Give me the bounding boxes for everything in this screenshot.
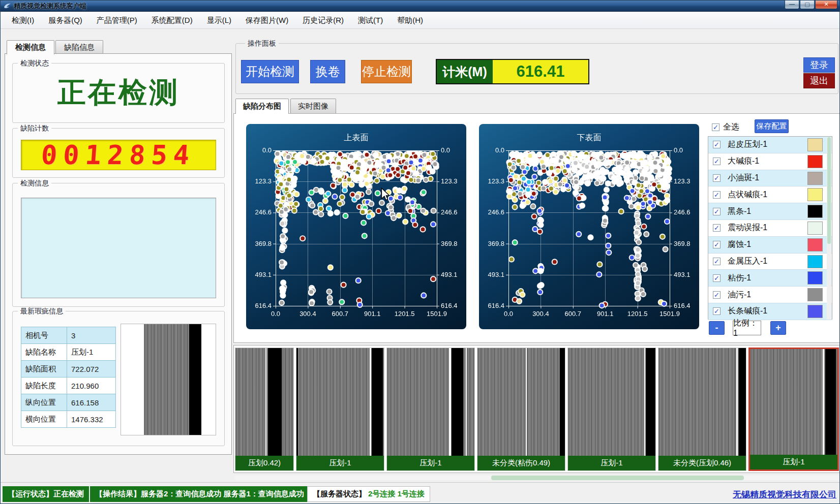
defect-type-row-4[interactable]: ✓黑条-1 — [708, 203, 832, 220]
defect-type-checkbox[interactable]: ✓ — [713, 258, 721, 265]
login-button[interactable]: 登录 — [803, 57, 835, 73]
menu-item-1[interactable]: 服务器(Q) — [41, 14, 89, 27]
detect-info-textarea[interactable] — [21, 198, 216, 298]
row-value: 3 — [67, 327, 116, 344]
defect-type-checkbox[interactable]: ✓ — [713, 158, 721, 165]
thumbnail-image — [750, 349, 837, 455]
defect-thumbnail-1[interactable]: 压划-1 — [296, 348, 384, 471]
detect-status-label: 检测状态 — [18, 59, 51, 68]
thumbnail-label: 未分类(压划0.46) — [658, 456, 746, 470]
image-band — [644, 348, 646, 456]
chart-bottom-surface-panel — [479, 124, 699, 329]
defect-type-row-1[interactable]: ✓大碱痕-1 — [708, 153, 832, 170]
defect-thumbnail-5[interactable]: 未分类(压划0.46) — [658, 348, 746, 471]
image-band — [736, 348, 738, 456]
defect-type-row-2[interactable]: ✓小油斑-1 — [708, 170, 832, 187]
menu-item-8[interactable]: 帮助(H) — [390, 14, 430, 27]
defect-type-row-8[interactable]: ✓粘伤-1 — [708, 270, 832, 287]
defect-type-checkbox[interactable]: ✓ — [713, 174, 721, 182]
thumbnail-image — [568, 348, 655, 456]
defect-color-swatch — [807, 188, 823, 201]
menu-item-3[interactable]: 系统配置(D) — [144, 14, 200, 27]
table-row: 缺陷面积722.072 — [21, 361, 116, 377]
defect-type-checkbox[interactable]: ✓ — [713, 241, 721, 248]
defect-thumbnail-6[interactable]: 压划-1 — [748, 348, 839, 471]
scale-minus-button[interactable]: - — [709, 321, 725, 335]
defect-type-checkbox[interactable]: ✓ — [713, 307, 721, 315]
row-value: 压划-1 — [67, 344, 116, 361]
defect-color-swatch — [807, 305, 823, 318]
defect-type-label: 起皮压划-1 — [728, 139, 767, 150]
defect-type-row-10[interactable]: ✓长条碱痕-1 — [708, 303, 832, 320]
menu-item-5[interactable]: 保存图片(W) — [238, 14, 295, 27]
legend-scrollbar[interactable] — [827, 137, 831, 320]
status-bar: 【运行状态】正在检测 【操作结果】服务器2：查询信息成功 服务器1：查询信息成功… — [1, 482, 839, 504]
minimize-button[interactable]: — — [785, 1, 799, 9]
maximize-button[interactable]: ▢ — [800, 1, 815, 9]
thumbnail-scrollbar[interactable] — [234, 476, 839, 480]
menu-item-6[interactable]: 历史记录(R) — [295, 14, 351, 27]
detect-info-group: 检测信息 — [12, 183, 225, 307]
tab-defect-info[interactable]: 缺陷信息 — [55, 40, 103, 54]
defect-type-label: 油污-1 — [728, 290, 751, 300]
company-link[interactable]: 无锡精质视觉科技有限公司 — [733, 489, 836, 500]
defect-type-checkbox[interactable]: ✓ — [713, 208, 721, 215]
image-band — [560, 348, 565, 456]
defect-type-list: ✓起皮压划-1✓大碱痕-1✓小油斑-1✓点状碱痕-1✓黑条-1✓震动误报-1✓腐… — [708, 136, 832, 320]
defect-type-row-7[interactable]: ✓金属压入-1 — [708, 254, 832, 270]
defect-color-swatch — [807, 238, 823, 251]
legend-scrollbar-thumb[interactable] — [827, 137, 831, 244]
menu-item-7[interactable]: 测试(T) — [351, 14, 390, 27]
defect-thumbnail-4[interactable]: 压划-1 — [567, 348, 656, 471]
latest-defect-image — [121, 324, 216, 435]
thumbnail-scrollbar-thumb[interactable] — [491, 476, 744, 480]
select-all-checkbox[interactable]: ✓ — [712, 123, 719, 131]
operation-result-badge: 【操作结果】服务器2：查询信息成功 服务器1：查询信息成功 — [90, 486, 309, 502]
meter-value: 616.41 — [493, 60, 588, 83]
defect-type-label: 震动误报-1 — [728, 223, 767, 233]
thumbnail-image — [235, 348, 293, 456]
defect-color-swatch — [807, 205, 823, 218]
select-all-control[interactable]: ✓ 全选 — [712, 122, 739, 133]
close-button[interactable]: ✕ — [815, 1, 837, 9]
stop-detect-button[interactable]: 停止检测 — [361, 60, 412, 83]
menu-item-4[interactable]: 显示(L) — [200, 14, 238, 27]
exit-button[interactable]: 退出 — [803, 73, 835, 88]
save-config-button[interactable]: 保存配置 — [755, 119, 789, 133]
defect-type-row-0[interactable]: ✓起皮压划-1 — [708, 137, 832, 153]
defect-type-row-6[interactable]: ✓腐蚀-1 — [708, 237, 832, 254]
menu-item-0[interactable]: 检测(I) — [5, 14, 41, 27]
image-band — [268, 348, 282, 456]
menu-item-2[interactable]: 产品管理(P) — [89, 14, 144, 27]
defect-type-label: 长条碱痕-1 — [728, 306, 767, 317]
latest-defect-label: 最新瑕疵信息 — [18, 307, 66, 316]
table-row: 横向位置1476.332 — [21, 411, 116, 428]
scatter-chart-bottom-surface — [479, 124, 699, 329]
defect-type-checkbox[interactable]: ✓ — [713, 191, 721, 199]
defect-count-display: 0012854 — [21, 140, 216, 170]
defect-type-row-9[interactable]: ✓油污-1 — [708, 287, 832, 303]
tab-live-image[interactable]: 实时图像 — [290, 99, 336, 113]
thumbnail-label: 未分类(粘伤0.49) — [477, 456, 565, 470]
defect-type-checkbox[interactable]: ✓ — [713, 274, 721, 282]
left-tab-strip: 检测信息 缺陷信息 — [7, 40, 104, 54]
defect-thumbnail-3[interactable]: 未分类(粘伤0.49) — [477, 348, 565, 471]
scale-plus-button[interactable]: + — [770, 321, 786, 335]
defect-type-checkbox[interactable]: ✓ — [713, 141, 721, 148]
defect-type-checkbox[interactable]: ✓ — [713, 291, 721, 299]
server-status-value: 2号连接 1号连接 — [368, 489, 425, 499]
tab-defect-map[interactable]: 缺陷分布图 — [235, 99, 289, 114]
row-key: 缺陷长度 — [21, 377, 67, 394]
change-roll-button[interactable]: 换卷 — [310, 60, 345, 83]
image-band — [646, 348, 655, 456]
start-detect-button[interactable]: 开始检测 — [241, 60, 299, 83]
defect-type-row-5[interactable]: ✓震动误报-1 — [708, 220, 832, 237]
defect-type-label: 大碱痕-1 — [728, 156, 759, 167]
tab-detect-info[interactable]: 检测信息 — [7, 40, 54, 54]
defect-type-row-3[interactable]: ✓点状碱痕-1 — [708, 186, 832, 203]
thumbnail-image — [296, 348, 384, 456]
defect-thumbnail-2[interactable]: 压划-1 — [386, 348, 475, 471]
table-row: 相机号3 — [21, 327, 116, 344]
defect-type-checkbox[interactable]: ✓ — [713, 224, 721, 232]
defect-thumbnail-0[interactable]: 压划0.42) — [235, 348, 294, 471]
